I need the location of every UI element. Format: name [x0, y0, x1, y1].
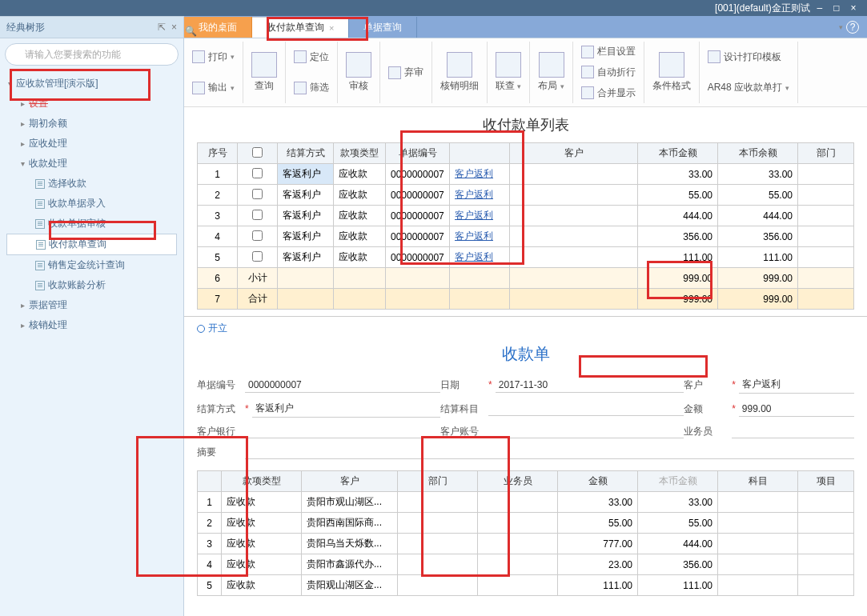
table-row[interactable]: 5 客返利户应收款 0000000007客户返利 111.00111.00 — [198, 247, 854, 268]
layout-icon — [539, 52, 564, 78]
tree-item-shoukuan[interactable]: ▾收款处理 — [6, 154, 177, 174]
buju-button[interactable]: 布局 ▾ — [538, 50, 564, 94]
tree-item-chaxun[interactable]: 收付款单查询 — [6, 234, 177, 255]
row-checkbox[interactable] — [252, 210, 263, 220]
field-khzh[interactable] — [488, 424, 684, 438]
zhehang-button[interactable]: 自动折行 — [581, 64, 636, 81]
detail-form: 开立 收款单 单据编号0000000007 日期*2017-11-30 客户*客… — [184, 316, 867, 602]
tree-item-tongji[interactable]: 销售定金统计查询 — [6, 255, 177, 275]
customer-link[interactable]: 客户返利 — [455, 210, 493, 221]
tree-item-qichu[interactable]: ▸期初余额 — [6, 114, 177, 134]
sidebar-header: 经典树形 ⇱ × — [0, 16, 183, 38]
printer-icon — [192, 50, 205, 63]
tree-root[interactable]: ▾应收款管理[演示版] — [6, 74, 177, 94]
titlebar: [001](default)金正则试 – □ × — [0, 0, 867, 16]
tree-item-yingshou[interactable]: ▸应收处理 — [6, 134, 177, 154]
col-checkbox[interactable] — [238, 143, 278, 164]
doc-icon — [35, 219, 45, 229]
row-checkbox[interactable] — [252, 168, 263, 178]
tree-item-luru[interactable]: 收款单据录入 — [6, 194, 177, 214]
help-button[interactable]: ▾? — [831, 17, 867, 38]
tree-item-xuanze[interactable]: 选择收款 — [6, 174, 177, 194]
dayin-button[interactable]: 设计打印模板 — [708, 49, 781, 66]
col-djbh[interactable]: 单据编号 — [386, 143, 450, 164]
columns-icon — [581, 46, 594, 58]
col-kxlx[interactable]: 款项类型 — [334, 143, 386, 164]
abandon-button[interactable]: 弃审 — [388, 64, 423, 81]
query-button[interactable]: 查询 — [251, 50, 277, 94]
field-zhaiyao[interactable] — [245, 445, 854, 459]
tree-item-hexiao[interactable]: ▸核销处理 — [6, 315, 177, 335]
link-icon — [496, 52, 521, 78]
tree-item-zhangling[interactable]: 收款账龄分析 — [6, 275, 177, 295]
col-bumen[interactable]: 部门 — [798, 143, 854, 164]
tiaojian-button[interactable]: 条件格式 — [652, 50, 691, 94]
hebing-button[interactable]: 合并显示 — [581, 85, 636, 102]
export-button[interactable]: 输出▾ — [192, 79, 235, 96]
table-row[interactable]: 1应收款贵阳市观山湖区...33.0033.00 — [198, 492, 854, 513]
table-row[interactable]: 2 客返利户应收款 0000000007客户返利 55.0055.00 — [198, 185, 854, 206]
field-ywy[interactable] — [732, 424, 854, 438]
table-row[interactable]: 3应收款贵阳乌当天烁数...777.00444.00 — [198, 534, 854, 554]
col-jsfs[interactable]: 结算方式 — [278, 143, 334, 164]
doc-icon — [35, 281, 45, 290]
detail-title: 收款单 — [197, 340, 854, 373]
pin-icon[interactable]: ⇱ — [158, 22, 166, 33]
table-row[interactable]: 3 客返利户应收款 0000000007客户返利 444.00444.00 — [198, 206, 854, 226]
list-table: 序号 结算方式 款项类型 单据编号 客户 本币金额 本币余额 部门 1 客返利户… — [197, 142, 854, 310]
doc-icon — [35, 179, 45, 189]
row-checkbox[interactable] — [252, 189, 263, 199]
merge-icon — [581, 86, 594, 99]
customer-link[interactable]: 客户返利 — [455, 168, 493, 179]
field-jskm[interactable] — [488, 402, 684, 416]
field-kehu[interactable]: 客户返利 — [739, 376, 854, 394]
close-icon[interactable]: × — [329, 23, 334, 33]
table-total: 7合计999.00999.00 — [198, 289, 854, 310]
field-jsfs[interactable]: 客返利户 — [252, 400, 440, 418]
row-checkbox[interactable] — [252, 251, 263, 262]
field-jine[interactable]: 999.00 — [739, 402, 854, 417]
table-row[interactable]: 5应收款贵阳观山湖区金...111.00111.00 — [198, 575, 854, 596]
col-kehu-link[interactable] — [450, 143, 510, 164]
customer-link[interactable]: 客户返利 — [455, 251, 493, 262]
close-button[interactable]: × — [846, 0, 861, 16]
col-bbje[interactable]: 本币金额 — [638, 143, 718, 164]
tab-query[interactable]: 收付款单查询× — [252, 17, 349, 38]
ar48-button[interactable]: AR48 应收款单打▾ — [708, 79, 789, 96]
detail-table: 款项类型 客户 部门 业务员 金额 本币金额 科目 项目 1应收款贵阳市观山湖区… — [197, 470, 854, 596]
field-riqi[interactable]: 2017-11-30 — [496, 378, 684, 393]
print-button[interactable]: 打印▾ — [192, 49, 235, 66]
lanmu-button[interactable]: 栏目设置 — [581, 43, 636, 60]
field-djbh[interactable]: 0000000007 — [245, 378, 440, 393]
audit-button[interactable]: 审核 — [346, 50, 371, 94]
col-xuhao[interactable]: 序号 — [198, 143, 238, 164]
sidebar: 经典树形 ⇱ × 🔍 ▾应收款管理[演示版] ▸设置 ▸期初余额 ▸应收处理 ▾… — [0, 16, 184, 616]
customer-link[interactable]: 客户返利 — [455, 230, 493, 242]
row-checkbox[interactable] — [252, 230, 263, 241]
tree-item-piaoju[interactable]: ▸票据管理 — [6, 295, 177, 315]
select-all-checkbox[interactable] — [252, 147, 263, 158]
col-kehu[interactable]: 客户 — [510, 143, 638, 164]
customer-link[interactable]: 客户返利 — [455, 189, 493, 200]
col-bbye[interactable]: 本币余额 — [718, 143, 798, 164]
table-row[interactable]: 2应收款贵阳西南国际商...55.0055.00 — [198, 513, 854, 534]
table-row[interactable]: 4 客返利户应收款 0000000007客户返利 356.00356.00 — [198, 226, 854, 247]
tree-item-setup[interactable]: ▸设置 — [6, 94, 177, 114]
export-icon — [192, 82, 205, 94]
ribbon: 打印▾ 输出▾ 查询 定位 筛选 审核 弃审 核销明细 联查 ▾ — [184, 38, 867, 107]
field-khyh[interactable] — [245, 424, 440, 438]
close-icon[interactable]: × — [171, 22, 177, 33]
abandon-icon — [388, 66, 401, 79]
tab-bill[interactable]: 单据查询 — [349, 17, 417, 38]
table-row[interactable]: 1 客返利户应收款 0000000007客户返利 33.0033.00 — [198, 164, 854, 185]
filter-button[interactable]: 筛选 — [294, 79, 329, 96]
min-button[interactable]: – — [813, 0, 827, 16]
tree-item-shenhe[interactable]: 收款单据审核 — [6, 214, 177, 234]
search-input[interactable] — [5, 43, 179, 66]
doc-icon — [35, 199, 45, 209]
liancha-button[interactable]: 联查 ▾ — [496, 50, 521, 94]
locate-button[interactable]: 定位 — [294, 49, 329, 66]
hxmx-button[interactable]: 核销明细 — [440, 50, 479, 94]
table-row[interactable]: 4应收款贵阳市鑫源代办...23.00356.00 — [198, 554, 854, 575]
max-button[interactable]: □ — [829, 0, 844, 16]
